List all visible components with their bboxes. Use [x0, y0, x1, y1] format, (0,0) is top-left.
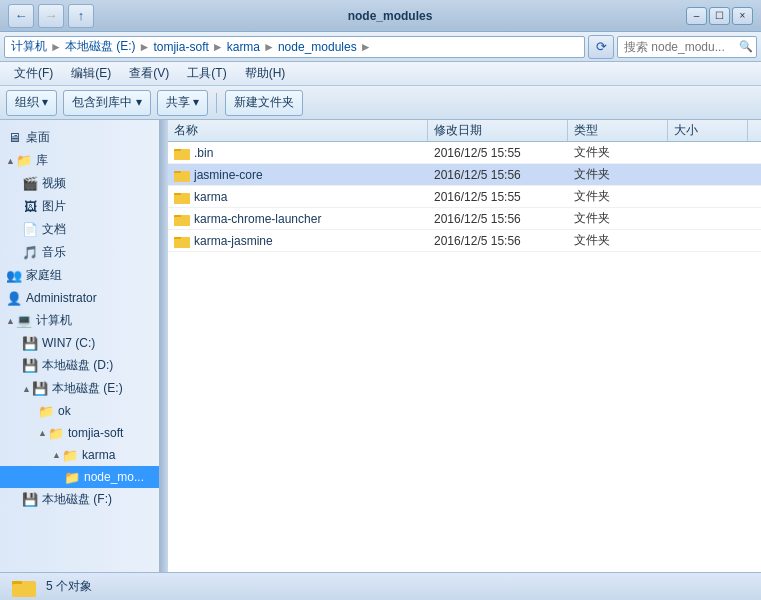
- breadcrumb-sep-2: ►: [139, 40, 151, 54]
- karma-expand-icon: ▲: [52, 450, 62, 460]
- file-date-jasmine: 2016/12/5 15:56: [428, 168, 568, 182]
- breadcrumb-karma[interactable]: karma: [227, 40, 260, 54]
- column-header-name[interactable]: 名称: [168, 120, 428, 141]
- svg-rect-2: [174, 151, 190, 160]
- sidebar-item-karma-folder[interactable]: ▲ 📁 karma: [0, 444, 159, 466]
- minimize-button[interactable]: –: [686, 7, 707, 25]
- sidebar-item-homegroup[interactable]: 👥 家庭组: [0, 264, 159, 287]
- file-type-chrome: 文件夹: [568, 210, 668, 227]
- sidebar-item-local-e[interactable]: ▲ 💾 本地磁盘 (E:): [0, 377, 159, 400]
- menu-help[interactable]: 帮助(H): [237, 63, 294, 84]
- back-button[interactable]: ←: [8, 4, 34, 28]
- file-name-karma: karma: [168, 190, 428, 204]
- toolbar: 组织 ▾ 包含到库中 ▾ 共享 ▾ 新建文件夹: [0, 86, 761, 120]
- breadcrumb-local-e[interactable]: 本地磁盘 (E:): [65, 38, 136, 55]
- file-name-text-chrome: karma-chrome-launcher: [194, 212, 321, 226]
- file-name-karma-jasmine: karma-jasmine: [168, 234, 428, 248]
- karma-folder-icon: 📁: [62, 447, 78, 463]
- computer-expand-icon: ▲: [6, 316, 16, 326]
- breadcrumb-tomjia[interactable]: tomjia-soft: [153, 40, 208, 54]
- table-row[interactable]: karma 2016/12/5 15:55 文件夹: [168, 186, 761, 208]
- breadcrumb-sep-4: ►: [263, 40, 275, 54]
- file-type-jasmine: 文件夹: [568, 166, 668, 183]
- sidebar-label-desktop: 桌面: [26, 129, 50, 146]
- column-header-type[interactable]: 类型: [568, 120, 668, 141]
- sidebar-item-admin[interactable]: 👤 Administrator: [0, 287, 159, 309]
- resize-handle[interactable]: [160, 120, 168, 572]
- menu-bar: 文件(F) 编辑(E) 查看(V) 工具(T) 帮助(H): [0, 62, 761, 86]
- organize-button[interactable]: 组织 ▾: [6, 90, 57, 116]
- sidebar-label-local-f: 本地磁盘 (F:): [42, 491, 112, 508]
- svg-rect-14: [174, 239, 190, 248]
- breadcrumb-bar[interactable]: 计算机 ► 本地磁盘 (E:) ► tomjia-soft ► karma ► …: [4, 36, 585, 58]
- table-row[interactable]: .bin 2016/12/5 15:55 文件夹: [168, 142, 761, 164]
- sidebar-item-node-modules[interactable]: 📁 node_mo...: [0, 466, 159, 488]
- table-row[interactable]: karma-chrome-launcher 2016/12/5 15:56 文件…: [168, 208, 761, 230]
- sidebar: 🖥 桌面 ▲ 📁 库 🎬 视频 🖼 图片 📄 文档 🎵 音乐 👥 家庭组: [0, 120, 160, 572]
- file-type-karma: 文件夹: [568, 188, 668, 205]
- menu-tools[interactable]: 工具(T): [179, 63, 234, 84]
- sidebar-item-ok[interactable]: 📁 ok: [0, 400, 159, 422]
- maximize-button[interactable]: ☐: [709, 7, 730, 25]
- tomjia-icon: 📁: [48, 425, 64, 441]
- window-controls: – ☐ ×: [686, 7, 753, 25]
- sidebar-item-library[interactable]: ▲ 📁 库: [0, 149, 159, 172]
- file-name-text-bin: .bin: [194, 146, 213, 160]
- refresh-button[interactable]: ⟳: [588, 35, 614, 59]
- sidebar-item-desktop[interactable]: 🖥 桌面: [0, 126, 159, 149]
- sidebar-label-admin: Administrator: [26, 291, 97, 305]
- sidebar-label-videos: 视频: [42, 175, 66, 192]
- file-name-jasmine: jasmine-core: [168, 168, 428, 182]
- file-date-bin: 2016/12/5 15:55: [428, 146, 568, 160]
- status-bar: 5 个对象: [0, 572, 761, 600]
- sidebar-item-win7[interactable]: 💾 WIN7 (C:): [0, 332, 159, 354]
- pictures-icon: 🖼: [22, 199, 38, 215]
- sidebar-label-local-e: 本地磁盘 (E:): [52, 380, 123, 397]
- forward-button[interactable]: →: [38, 4, 64, 28]
- menu-edit[interactable]: 编辑(E): [63, 63, 119, 84]
- file-date-chrome: 2016/12/5 15:56: [428, 212, 568, 226]
- sidebar-label-ok: ok: [58, 404, 71, 418]
- address-bar-row: 计算机 ► 本地磁盘 (E:) ► tomjia-soft ► karma ► …: [0, 32, 761, 62]
- file-name-chrome: karma-chrome-launcher: [168, 212, 428, 226]
- folder-icon-chrome: [174, 212, 190, 226]
- search-icon: 🔍: [739, 40, 753, 53]
- table-row[interactable]: jasmine-core 2016/12/5 15:56 文件夹: [168, 164, 761, 186]
- sidebar-item-tomjia[interactable]: ▲ 📁 tomjia-soft: [0, 422, 159, 444]
- sidebar-item-local-f[interactable]: 💾 本地磁盘 (F:): [0, 488, 159, 511]
- share-button[interactable]: 共享 ▾: [157, 90, 208, 116]
- sidebar-item-documents[interactable]: 📄 文档: [0, 218, 159, 241]
- include-library-button[interactable]: 包含到库中 ▾: [63, 90, 150, 116]
- new-folder-button[interactable]: 新建文件夹: [225, 90, 303, 116]
- breadcrumb-node-modules[interactable]: node_modules: [278, 40, 357, 54]
- folder-icon-bin: [174, 146, 190, 160]
- local-f-icon: 💾: [22, 492, 38, 508]
- sidebar-item-local-d[interactable]: 💾 本地磁盘 (D:): [0, 354, 159, 377]
- sidebar-item-music[interactable]: 🎵 音乐: [0, 241, 159, 264]
- status-folder-icon: [12, 575, 36, 599]
- menu-file[interactable]: 文件(F): [6, 63, 61, 84]
- win7-icon: 💾: [22, 335, 38, 351]
- new-folder-label: 新建文件夹: [234, 94, 294, 111]
- library-icon: 📁: [16, 153, 32, 169]
- share-label: 共享 ▾: [166, 94, 199, 111]
- column-header-date[interactable]: 修改日期: [428, 120, 568, 141]
- sidebar-label-local-d: 本地磁盘 (D:): [42, 357, 113, 374]
- sidebar-label-documents: 文档: [42, 221, 66, 238]
- sidebar-item-pictures[interactable]: 🖼 图片: [0, 195, 159, 218]
- videos-icon: 🎬: [22, 176, 38, 192]
- sidebar-label-library: 库: [36, 152, 48, 169]
- breadcrumb-computer[interactable]: 计算机: [11, 38, 47, 55]
- title-bar: ← → ↑ node_modules – ☐ ×: [0, 0, 761, 32]
- menu-view[interactable]: 查看(V): [121, 63, 177, 84]
- search-input[interactable]: [617, 36, 757, 58]
- up-button[interactable]: ↑: [68, 4, 94, 28]
- table-row[interactable]: karma-jasmine 2016/12/5 15:56 文件夹: [168, 230, 761, 252]
- close-button[interactable]: ×: [732, 7, 753, 25]
- folder-icon-karma: [174, 190, 190, 204]
- sidebar-label-node-modules: node_mo...: [84, 470, 144, 484]
- column-header-size[interactable]: 大小: [668, 120, 748, 141]
- sidebar-item-computer[interactable]: ▲ 💻 计算机: [0, 309, 159, 332]
- file-type-karma-jasmine: 文件夹: [568, 232, 668, 249]
- sidebar-item-videos[interactable]: 🎬 视频: [0, 172, 159, 195]
